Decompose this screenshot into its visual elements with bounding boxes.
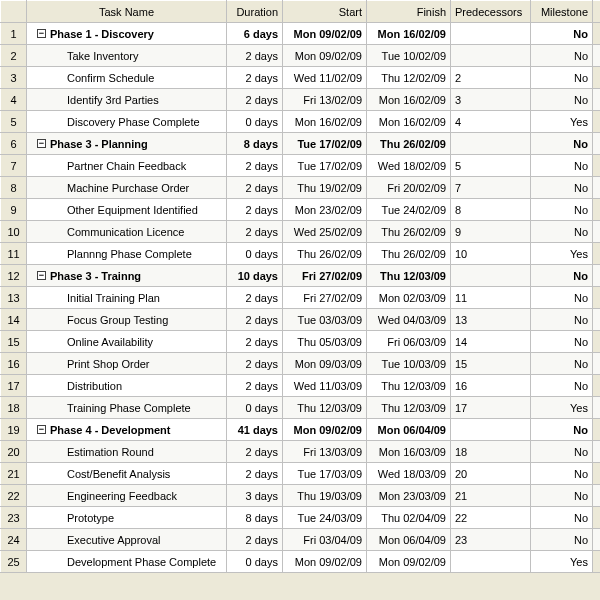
task-name-cell[interactable]: −Phase 4 - Development (27, 419, 227, 441)
milestone-cell[interactable]: No (531, 353, 593, 375)
predecessors-cell[interactable]: 2 (451, 67, 531, 89)
col-header-finish[interactable]: Finish (367, 1, 451, 23)
finish-cell[interactable]: Fri 20/02/09 (367, 177, 451, 199)
task-name-cell[interactable]: Initial Training Plan (27, 287, 227, 309)
task-name-cell[interactable]: Prototype (27, 507, 227, 529)
milestone-cell[interactable]: No (531, 419, 593, 441)
start-cell[interactable]: Wed 11/03/09 (283, 375, 367, 397)
predecessors-cell[interactable]: 7 (451, 177, 531, 199)
row-number[interactable]: 11 (1, 243, 27, 265)
finish-cell[interactable]: Thu 12/03/09 (367, 265, 451, 287)
table-row[interactable]: 16Print Shop Order2 daysMon 09/03/09Tue … (1, 353, 601, 375)
milestone-cell[interactable]: No (531, 529, 593, 551)
milestone-cell[interactable]: No (531, 441, 593, 463)
task-name-cell[interactable]: Other Equipment Identified (27, 199, 227, 221)
task-name-cell[interactable]: Plannng Phase Complete (27, 243, 227, 265)
start-cell[interactable]: Mon 23/02/09 (283, 199, 367, 221)
duration-cell[interactable]: 2 days (227, 463, 283, 485)
table-row[interactable]: 18Training Phase Complete0 daysThu 12/03… (1, 397, 601, 419)
start-cell[interactable]: Tue 24/03/09 (283, 507, 367, 529)
milestone-cell[interactable]: No (531, 507, 593, 529)
duration-cell[interactable]: 2 days (227, 331, 283, 353)
finish-cell[interactable]: Tue 10/03/09 (367, 353, 451, 375)
task-name-cell[interactable]: Estimation Round (27, 441, 227, 463)
finish-cell[interactable]: Mon 02/03/09 (367, 287, 451, 309)
duration-cell[interactable]: 2 days (227, 199, 283, 221)
duration-cell[interactable]: 2 days (227, 67, 283, 89)
finish-cell[interactable]: Thu 26/02/09 (367, 221, 451, 243)
start-cell[interactable]: Fri 13/02/09 (283, 89, 367, 111)
table-row[interactable]: 25Development Phase Complete0 daysMon 09… (1, 551, 601, 573)
milestone-cell[interactable]: No (531, 89, 593, 111)
start-cell[interactable]: Thu 12/03/09 (283, 397, 367, 419)
task-name-cell[interactable]: Distribution (27, 375, 227, 397)
start-cell[interactable]: Tue 17/02/09 (283, 133, 367, 155)
task-name-cell[interactable]: Partner Chain Feedback (27, 155, 227, 177)
start-cell[interactable]: Fri 27/02/09 (283, 287, 367, 309)
duration-cell[interactable]: 2 days (227, 177, 283, 199)
start-cell[interactable]: Tue 17/02/09 (283, 155, 367, 177)
start-cell[interactable]: Mon 09/02/09 (283, 45, 367, 67)
duration-cell[interactable]: 2 days (227, 375, 283, 397)
predecessors-cell[interactable]: 13 (451, 309, 531, 331)
finish-cell[interactable]: Wed 18/02/09 (367, 155, 451, 177)
start-cell[interactable]: Mon 09/02/09 (283, 551, 367, 573)
predecessors-cell[interactable]: 22 (451, 507, 531, 529)
milestone-cell[interactable]: No (531, 45, 593, 67)
start-cell[interactable]: Mon 09/02/09 (283, 23, 367, 45)
table-row[interactable]: 5Discovery Phase Complete0 daysMon 16/02… (1, 111, 601, 133)
start-cell[interactable]: Thu 19/02/09 (283, 177, 367, 199)
row-number[interactable]: 21 (1, 463, 27, 485)
col-header-milestone[interactable]: Milestone (531, 1, 593, 23)
predecessors-cell[interactable]: 16 (451, 375, 531, 397)
milestone-cell[interactable]: No (531, 67, 593, 89)
predecessors-cell[interactable]: 14 (451, 331, 531, 353)
predecessors-cell[interactable] (451, 265, 531, 287)
milestone-cell[interactable]: No (531, 287, 593, 309)
predecessors-cell[interactable]: 21 (451, 485, 531, 507)
predecessors-cell[interactable] (451, 23, 531, 45)
task-name-cell[interactable]: Take Inventory (27, 45, 227, 67)
predecessors-cell[interactable]: 10 (451, 243, 531, 265)
collapse-icon[interactable]: − (37, 425, 46, 434)
col-header-name[interactable]: Task Name (27, 1, 227, 23)
table-row[interactable]: 2Take Inventory2 daysMon 09/02/09Tue 10/… (1, 45, 601, 67)
start-cell[interactable]: Fri 03/04/09 (283, 529, 367, 551)
start-cell[interactable]: Fri 13/03/09 (283, 441, 367, 463)
duration-cell[interactable]: 8 days (227, 507, 283, 529)
duration-cell[interactable]: 41 days (227, 419, 283, 441)
row-number[interactable]: 9 (1, 199, 27, 221)
row-number[interactable]: 8 (1, 177, 27, 199)
duration-cell[interactable]: 3 days (227, 485, 283, 507)
task-name-cell[interactable]: Communication Licence (27, 221, 227, 243)
start-cell[interactable]: Mon 09/02/09 (283, 419, 367, 441)
predecessors-cell[interactable] (451, 45, 531, 67)
predecessors-cell[interactable]: 23 (451, 529, 531, 551)
finish-cell[interactable]: Wed 04/03/09 (367, 309, 451, 331)
milestone-cell[interactable]: No (531, 177, 593, 199)
table-row[interactable]: 19−Phase 4 - Development41 daysMon 09/02… (1, 419, 601, 441)
table-row[interactable]: 23Prototype8 daysTue 24/03/09Thu 02/04/0… (1, 507, 601, 529)
row-number[interactable]: 4 (1, 89, 27, 111)
table-row[interactable]: 15Online Availability2 daysThu 05/03/09F… (1, 331, 601, 353)
finish-cell[interactable]: Thu 26/02/09 (367, 243, 451, 265)
table-row[interactable]: 6−Phase 3 - Planning8 daysTue 17/02/09Th… (1, 133, 601, 155)
row-number[interactable]: 16 (1, 353, 27, 375)
predecessors-cell[interactable]: 11 (451, 287, 531, 309)
finish-cell[interactable]: Mon 16/02/09 (367, 111, 451, 133)
table-row[interactable]: 3Confirm Schedule2 daysWed 11/02/09Thu 1… (1, 67, 601, 89)
row-number[interactable]: 14 (1, 309, 27, 331)
row-number[interactable]: 13 (1, 287, 27, 309)
task-grid[interactable]: Task Name Duration Start Finish Predeces… (0, 0, 600, 573)
predecessors-cell[interactable]: 8 (451, 199, 531, 221)
task-name-cell[interactable]: Discovery Phase Complete (27, 111, 227, 133)
row-number[interactable]: 18 (1, 397, 27, 419)
corner-cell[interactable] (1, 1, 27, 23)
table-row[interactable]: 14Focus Group Testing2 daysTue 03/03/09W… (1, 309, 601, 331)
start-cell[interactable]: Mon 09/03/09 (283, 353, 367, 375)
milestone-cell[interactable]: Yes (531, 111, 593, 133)
task-name-cell[interactable]: Focus Group Testing (27, 309, 227, 331)
finish-cell[interactable]: Thu 12/03/09 (367, 375, 451, 397)
finish-cell[interactable]: Thu 12/03/09 (367, 397, 451, 419)
milestone-cell[interactable]: No (531, 199, 593, 221)
